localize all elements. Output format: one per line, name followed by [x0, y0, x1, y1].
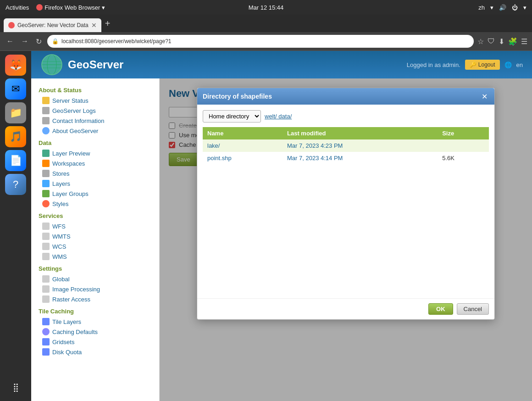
geoserver-body: About & Status Server Status GeoServer L…: [31, 78, 532, 401]
dialog-close-button[interactable]: ✕: [480, 92, 489, 101]
sidebar-item-tile-layers[interactable]: Tile Layers: [31, 317, 159, 327]
sidebar-item-contact-information[interactable]: Contact Information: [31, 116, 159, 126]
about-icon: [42, 127, 50, 134]
geoserver-header: GeoServer Logged in as admin. 🔑 Logout 🌐…: [31, 51, 532, 78]
sidebar-section-settings: Settings: [31, 262, 159, 274]
dock-firefox-icon[interactable]: 🦊: [5, 55, 26, 76]
gs-sidebar: About & Status Server Status GeoServer L…: [31, 78, 160, 401]
address-bar[interactable]: 🔒 localhost:8080/geoserver/web/wicket/pa…: [47, 35, 474, 48]
shield-icon[interactable]: 🛡: [488, 37, 495, 45]
topbar-menu-icon[interactable]: ▾: [523, 4, 526, 11]
activities-label[interactable]: Activities: [6, 4, 29, 11]
browser-tab-active[interactable]: GeoServer: New Vector Data ✕: [4, 18, 101, 32]
new-tab-button[interactable]: +: [101, 18, 114, 29]
forward-button[interactable]: →: [19, 35, 30, 47]
globe-icon[interactable]: 🌐: [504, 61, 512, 68]
os-topbar-right: zh ▾ 🔊 ⏻ ▾: [478, 4, 526, 11]
sidebar-item-stores[interactable]: Stores: [31, 168, 159, 178]
layer-groups-icon: [42, 190, 50, 197]
table-row[interactable]: lake/ Mar 7, 2023 4:23 PM: [203, 139, 489, 152]
sidebar-item-layers[interactable]: Layers: [31, 178, 159, 189]
logo-globe-svg: [40, 53, 63, 76]
geoserver-logo: GeoServer: [40, 53, 123, 76]
home-directory-dropdown[interactable]: Home directory: [203, 110, 261, 123]
sidebar-item-caching-defaults[interactable]: Caching Defaults: [31, 327, 159, 337]
logs-icon: [42, 107, 50, 114]
menu-icon[interactable]: ☰: [521, 37, 527, 46]
sidebar-item-layer-groups[interactable]: Layer Groups: [31, 189, 159, 199]
lang-label[interactable]: zh: [478, 4, 485, 11]
volume-icon[interactable]: 🔊: [499, 4, 506, 11]
dock-music-icon[interactable]: 🎵: [5, 126, 26, 147]
sidebar-section-about-status: About & Status: [31, 83, 159, 95]
file-name-point[interactable]: point.shp: [203, 152, 283, 164]
dialog-body: Home directory welt/ data/ Name Last mod…: [197, 105, 494, 298]
sidebar-section-tile-caching: Tile Caching: [31, 304, 159, 317]
bookmark-icon[interactable]: ☆: [477, 37, 484, 46]
file-size-lake: [438, 139, 489, 152]
sidebar-item-layer-preview[interactable]: Layer Preview: [31, 148, 159, 158]
layers-icon: [42, 180, 50, 187]
sidebar-label-workspaces: Workspaces: [52, 160, 85, 167]
sidebar-item-raster-access[interactable]: Raster Access: [31, 294, 159, 304]
dialog-path-bar: Home directory welt/ data/: [203, 110, 489, 123]
sidebar-item-global[interactable]: Global: [31, 274, 159, 284]
geoserver-header-right: Logged in as admin. 🔑 Logout 🌐 en: [407, 60, 523, 70]
dialog-overlay: Directory of shapefiles ✕ Home directory…: [160, 78, 532, 401]
col-name: Name: [203, 127, 283, 139]
server-icon: [42, 97, 50, 104]
wfs-icon: [42, 223, 50, 230]
disk-quota-icon: [42, 348, 50, 356]
sidebar-label-wms: WMS: [52, 253, 67, 260]
caching-defaults-icon: [42, 328, 50, 335]
sidebar-item-gridsets[interactable]: Gridsets: [31, 337, 159, 347]
topbar-chevron2[interactable]: ▾: [490, 4, 493, 11]
ok-button[interactable]: OK: [428, 303, 453, 315]
sidebar-item-wfs[interactable]: WFS: [31, 221, 159, 231]
gs-main-content: New Vector Data Source Browse... Directo…: [160, 78, 532, 401]
sidebar-item-disk-quota[interactable]: Disk Quota: [31, 347, 159, 357]
image-processing-icon: [42, 285, 50, 293]
sidebar-item-image-processing[interactable]: Image Processing: [31, 284, 159, 294]
dock-file-icon[interactable]: 📁: [5, 102, 26, 123]
dialog-titlebar: Directory of shapefiles ✕: [197, 88, 494, 105]
sidebar-item-workspaces[interactable]: Workspaces: [31, 158, 159, 168]
sidebar-label-wfs: WFS: [52, 223, 66, 230]
sidebar-item-about-geoserver[interactable]: About GeoServer: [31, 126, 159, 136]
sidebar-label-global: Global: [52, 276, 70, 283]
layer-preview-icon: [42, 150, 50, 157]
dock-help-icon[interactable]: ?: [5, 174, 26, 195]
dock-apps-icon[interactable]: ⣿: [5, 377, 26, 398]
logout-button[interactable]: 🔑 Logout: [465, 60, 500, 70]
table-row[interactable]: point.shp Mar 7, 2023 4:14 PM 5.6K: [203, 152, 489, 164]
download-icon[interactable]: ⬇: [499, 37, 504, 46]
dialog-cancel-button[interactable]: Cancel: [457, 303, 489, 315]
sidebar-item-geoserver-logs[interactable]: GeoServer Logs: [31, 106, 159, 116]
sidebar-item-wms[interactable]: WMS: [31, 251, 159, 262]
sidebar-item-styles[interactable]: Styles: [31, 199, 159, 209]
dialog-table-header-row: Name Last modified Size: [203, 127, 489, 139]
browser-toolbar-icons: ☆ 🛡 ⬇ 🧩 ☰: [477, 37, 527, 46]
refresh-button[interactable]: ↻: [34, 35, 44, 48]
sidebar-item-wcs[interactable]: WCS: [31, 241, 159, 251]
lang-select[interactable]: en: [516, 61, 523, 68]
dialog-path-text[interactable]: welt/ data/: [265, 113, 292, 120]
tab-close-button[interactable]: ✕: [91, 22, 97, 29]
power-icon[interactable]: ⏻: [512, 4, 518, 11]
dialog-footer: OK Cancel: [197, 298, 494, 319]
sidebar-label-gridsets: Gridsets: [52, 339, 74, 345]
sidebar-item-wmts[interactable]: WMTS: [31, 231, 159, 241]
contact-icon: [42, 117, 50, 124]
tile-layers-icon: [42, 318, 50, 325]
browser-chevron[interactable]: ▾: [102, 4, 105, 11]
sidebar-label-layer-preview: Layer Preview: [52, 150, 90, 157]
file-name-lake[interactable]: lake/: [203, 139, 283, 152]
wmts-icon: [42, 233, 50, 240]
dock-doc-icon[interactable]: 📄: [5, 150, 26, 171]
sidebar-item-server-status[interactable]: Server Status: [31, 95, 159, 106]
sidebar-label-styles: Styles: [52, 200, 68, 207]
dock-mail-icon[interactable]: ✉: [5, 78, 26, 100]
extensions-icon[interactable]: 🧩: [508, 37, 517, 46]
back-button[interactable]: ←: [5, 35, 16, 47]
firefox-indicator: Firefox Web Browser ▾: [36, 4, 105, 11]
